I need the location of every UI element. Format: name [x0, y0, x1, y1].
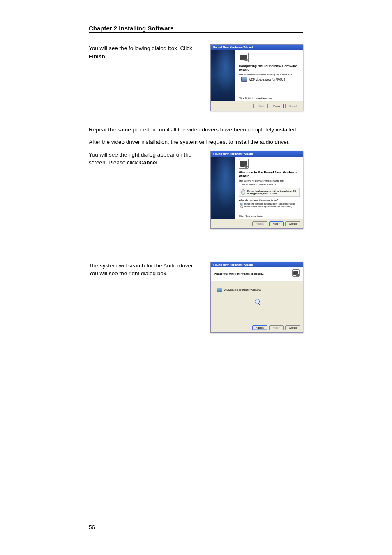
magnifier-icon [253, 298, 261, 306]
wizard-searching-heading: Please wait while the wizard searches... [214, 272, 264, 275]
instruction-1-text-b: . [105, 53, 107, 60]
instruction-3: The system will search for the Audio dri… [89, 262, 205, 333]
cancel-button[interactable]: Cancel [285, 221, 300, 226]
wizard-dialog-welcome: Found New Hardware Wizard Welcome to the… [210, 151, 303, 229]
wizard-cd-note: If your hardware came with an installati… [247, 190, 297, 195]
wizard-titlebar: Found New Hardware Wizard [211, 151, 303, 157]
hardware-icon [292, 269, 300, 277]
wizard-dialog-searching: Found New Hardware Wizard Please wait wh… [210, 262, 303, 333]
cancel-button[interactable]: Cancel [285, 325, 300, 330]
wizard-question: What do you want the wizard to do? [239, 199, 300, 201]
instruction-2: You will see the right dialog appear on … [89, 151, 205, 229]
wizard-titlebar: Found New Hardware Wizard [211, 262, 303, 267]
wizard-device-name: WDM video source for ARGUS [249, 78, 285, 81]
wizard-heading: Welcome to the Found New Hardware Wizard [239, 170, 300, 178]
finish-button[interactable]: Finish [270, 104, 284, 108]
instruction-2-bold: Cancel [139, 159, 157, 166]
wizard-heading: Completing the Found New Hardware Wizard [239, 64, 300, 71]
wizard-device-name: WDM video source for ARGUS [242, 183, 300, 186]
wizard-line-1: The wizard has finished installing the s… [239, 73, 300, 76]
next-button[interactable]: Next > [269, 221, 284, 226]
instruction-1-bold: Finish [89, 53, 105, 60]
radio-option-auto[interactable]: Install the software automatically (Reco… [240, 203, 300, 205]
device-chip-icon [241, 77, 247, 82]
instruction-1: You will see the following dialog box. C… [89, 44, 205, 111]
paragraph-repeat: Repeat the same procedure until all the … [89, 126, 303, 134]
hardware-icon [239, 53, 249, 62]
chapter-title: Chapter 2 Installing Software [89, 25, 303, 33]
wizard-titlebar: Found New Hardware Wizard [211, 45, 303, 50]
instruction-2-text-b: . [157, 159, 159, 166]
radio-option-advanced[interactable]: Install from a list or specific location… [240, 205, 300, 208]
wizard-side-graphic [211, 157, 235, 219]
cancel-button: Cancel [285, 104, 300, 108]
hardware-icon [239, 159, 249, 169]
instruction-3-line1: The system will search for the Audio dri… [89, 262, 205, 270]
back-button: < Back [252, 221, 267, 226]
wizard-line-help: This wizard helps you install software f… [239, 180, 300, 182]
radio-selected-icon [240, 203, 243, 205]
back-button[interactable]: < Back [252, 325, 267, 330]
wizard-bottom-text: Click Finish to close the wizard. [239, 97, 273, 99]
wizard-side-graphic [211, 50, 235, 101]
radio-label-auto: Install the software automatically (Reco… [244, 203, 295, 205]
cd-icon [241, 189, 245, 195]
wizard-dialog-completing: Found New Hardware Wizard Completing the… [210, 44, 303, 111]
next-button: Next > [269, 325, 284, 330]
wizard-device-name: WDM audio source for ARGUS [224, 288, 261, 291]
radio-unselected-icon [240, 205, 243, 208]
back-button: < Back [253, 104, 268, 108]
device-chip-icon [217, 288, 222, 292]
paragraph-after: After the video driver installation, the… [89, 138, 303, 146]
page-number: 56 [89, 524, 95, 530]
instruction-3-line2: You will see the right dialog box. [89, 269, 205, 278]
radio-label-advanced: Install from a list or specific location… [244, 205, 292, 208]
wizard-bottom-text: Click Next to continue. [239, 215, 263, 217]
instruction-1-text-a: You will see the following dialog box. C… [89, 45, 192, 51]
